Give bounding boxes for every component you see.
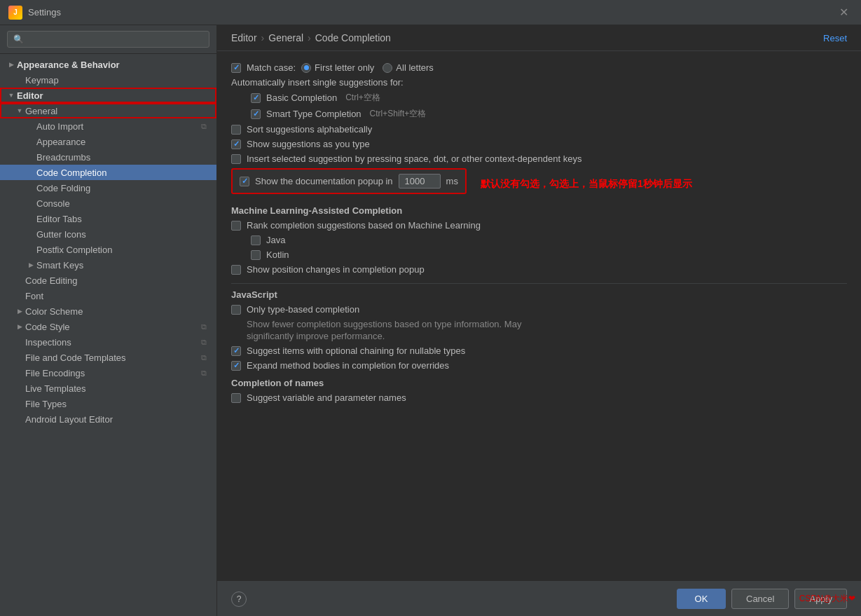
sidebar-item-android-layout[interactable]: Android Layout Editor	[0, 411, 216, 427]
bottom-right: OK Cancel Apply	[677, 589, 847, 609]
rank-ml-label: Rank completion suggestions based on Mac…	[247, 220, 481, 231]
sidebar-item-code-completion[interactable]: Code Completion	[0, 165, 216, 180]
insert-selected-checkbox[interactable]	[231, 154, 241, 164]
suggest-variable-label: Suggest variable and parameter names	[247, 392, 406, 403]
sidebar-item-label: Color Scheme	[25, 306, 209, 317]
sidebar-item-label: Keymap	[25, 75, 209, 85]
breadcrumb-sep2: ›	[308, 32, 311, 43]
sidebar-item-label: General	[25, 106, 209, 116]
expand-method-label: Expand method bodies in completion for o…	[247, 360, 449, 371]
sidebar-item-editor-tabs[interactable]: Editor Tabs	[0, 211, 216, 226]
sidebar-item-smart-keys[interactable]: ▶ Smart Keys	[0, 257, 216, 273]
sidebar-item-label: Console	[36, 198, 209, 209]
sidebar-item-file-types[interactable]: File Types	[0, 396, 216, 411]
basic-completion-checkbox[interactable]	[251, 93, 261, 103]
breadcrumb-general: General	[268, 32, 303, 43]
first-letter-radio[interactable]	[301, 63, 311, 73]
rank-ml-checkbox[interactable]	[231, 221, 241, 231]
insert-selected-label: Insert selected suggestion by pressing s…	[247, 153, 581, 164]
completion-names-header: Completion of names	[231, 378, 847, 388]
sidebar-item-file-code-templates[interactable]: File and Code Templates ⧉	[0, 350, 216, 365]
sidebar-item-general[interactable]: ▼ General	[0, 103, 216, 118]
doc-popup-checkbox[interactable]	[240, 177, 249, 186]
type-based-sublabel2-row: significantly improve performance.	[231, 331, 847, 341]
sidebar-item-code-style[interactable]: ▶ Code Style ⧉	[0, 319, 216, 334]
copy-icon: ⧉	[198, 121, 209, 132]
doc-popup-label-before: Show the documentation popup in	[255, 176, 393, 186]
sidebar-item-label: Editor	[17, 90, 209, 101]
match-case-radio-group: First letter only All letters	[301, 62, 434, 73]
java-ml-label: Java	[266, 235, 285, 245]
suggest-variable-checkbox[interactable]	[231, 393, 241, 403]
arrow-icon	[25, 121, 36, 132]
sidebar-item-appearance-behavior[interactable]: ▶ Appearance & Behavior	[0, 57, 216, 72]
sidebar: ▶ Appearance & Behavior Keymap ▼ Editor …	[0, 25, 217, 616]
all-letters-option[interactable]: All letters	[383, 62, 433, 73]
help-button[interactable]: ?	[231, 591, 247, 607]
sidebar-item-postfix-completion[interactable]: Postfix Completion	[0, 242, 216, 257]
kotlin-ml-label: Kotlin	[266, 249, 289, 260]
show-suggestions-checkbox[interactable]	[231, 139, 241, 149]
ok-button[interactable]: OK	[677, 589, 726, 609]
sidebar-item-label: Appearance	[36, 137, 209, 147]
sort-alphabetically-checkbox[interactable]	[231, 125, 241, 135]
basic-completion-row: Basic Completion Ctrl+空格	[231, 92, 847, 104]
sidebar-item-label: Code Completion	[36, 167, 209, 178]
arrow-icon	[25, 182, 36, 193]
search-input[interactable]	[7, 31, 209, 48]
sidebar-item-font[interactable]: Font	[0, 288, 216, 303]
sidebar-item-console[interactable]: Console	[0, 196, 216, 211]
arrow-icon: ▶	[25, 259, 36, 271]
first-letter-option[interactable]: First letter only	[301, 62, 374, 73]
bottom-bar: ? OK Cancel Apply	[217, 581, 861, 616]
sidebar-item-code-folding[interactable]: Code Folding	[0, 180, 216, 196]
copy-icon: ⧉	[198, 336, 209, 348]
arrow-icon: ▼	[14, 105, 25, 116]
reset-link[interactable]: Reset	[823, 33, 847, 43]
cancel-button[interactable]: Cancel	[731, 589, 789, 609]
sidebar-item-label: Code Style	[25, 322, 198, 332]
sidebar-item-gutter-icons[interactable]: Gutter Icons	[0, 226, 216, 242]
match-case-label: Match case:	[247, 62, 296, 73]
sidebar-item-label: Editor Tabs	[36, 214, 209, 224]
kotlin-ml-checkbox[interactable]	[251, 250, 261, 260]
all-letters-radio[interactable]	[383, 63, 392, 73]
breadcrumb-editor: Editor	[231, 32, 257, 43]
close-button[interactable]: ✕	[835, 4, 853, 20]
expand-method-checkbox[interactable]	[231, 361, 241, 371]
sidebar-item-auto-import[interactable]: Auto Import ⧉	[0, 118, 216, 134]
apply-button[interactable]: Apply	[794, 589, 847, 609]
sidebar-item-label: Android Layout Editor	[25, 414, 209, 425]
sidebar-item-label: Appearance & Behavior	[17, 60, 209, 70]
title-bar: J Settings ✕	[0, 0, 861, 25]
sidebar-item-keymap[interactable]: Keymap	[0, 72, 216, 88]
sidebar-item-live-templates[interactable]: Live Templates	[0, 381, 216, 396]
sidebar-item-appearance[interactable]: Appearance	[0, 134, 216, 149]
arrow-icon	[14, 352, 25, 363]
sidebar-item-code-editing[interactable]: Code Editing	[0, 273, 216, 288]
copy-icon: ⧉	[198, 352, 209, 363]
arrow-icon	[14, 398, 25, 409]
arrow-icon: ▼	[6, 90, 17, 101]
doc-popup-input[interactable]	[399, 174, 441, 189]
smart-type-completion-checkbox[interactable]	[251, 109, 261, 119]
java-ml-checkbox[interactable]	[251, 235, 261, 245]
sidebar-item-breadcrumbs[interactable]: Breadcrumbs	[0, 149, 216, 165]
type-based-checkbox[interactable]	[231, 305, 241, 315]
show-suggestions-row: Show suggestions as you type	[231, 139, 847, 149]
show-position-checkbox[interactable]	[231, 265, 241, 275]
arrow-icon	[14, 290, 25, 301]
suggest-variable-row: Suggest variable and parameter names	[231, 392, 847, 403]
sidebar-tree: ▶ Appearance & Behavior Keymap ▼ Editor …	[0, 54, 216, 616]
sidebar-item-color-scheme[interactable]: ▶ Color Scheme	[0, 303, 216, 319]
sidebar-item-editor[interactable]: ▼ Editor	[0, 88, 216, 103]
match-case-row: Match case: First letter only All letter…	[231, 62, 847, 73]
match-case-checkbox[interactable]	[231, 63, 241, 73]
sidebar-item-inspections[interactable]: Inspections ⧉	[0, 334, 216, 350]
auto-insert-label: Automatically insert single suggestions …	[231, 77, 404, 88]
optional-chaining-checkbox[interactable]	[231, 346, 241, 356]
expand-method-row: Expand method bodies in completion for o…	[231, 360, 847, 371]
sidebar-item-file-encodings[interactable]: File Encodings ⧉	[0, 365, 216, 381]
arrow-icon	[14, 275, 25, 286]
type-based-sublabel: Show fewer completion suggestions based …	[247, 319, 521, 329]
